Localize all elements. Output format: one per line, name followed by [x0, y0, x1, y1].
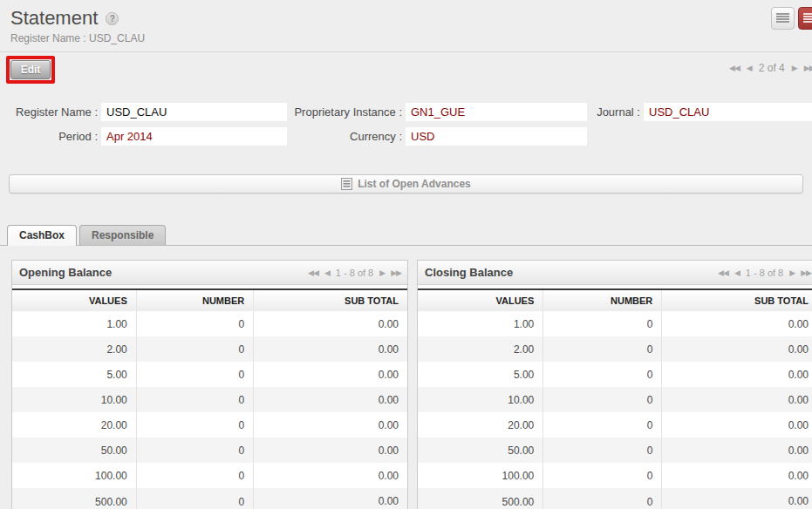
currency-field[interactable]: USD: [406, 127, 587, 146]
journal-label: Journal :: [590, 105, 640, 119]
subtotal-cell: 0.00: [254, 412, 407, 438]
pager-next-icon[interactable]: ▶: [379, 268, 385, 277]
table-row[interactable]: 5.0000.00: [418, 362, 812, 387]
number-cell: 0: [543, 438, 662, 463]
column-header-number[interactable]: NUMBER: [543, 289, 662, 311]
view-switcher: [771, 7, 812, 30]
column-header-values[interactable]: VALUES: [12, 289, 136, 311]
table-row[interactable]: 100.0000.00: [418, 463, 812, 488]
register-name-label: Register Name :: [7, 105, 98, 119]
pager-previous-icon[interactable]: ◀: [324, 268, 330, 277]
journal-field[interactable]: USD_CLAU: [644, 103, 812, 121]
closing-balance-title: Closing Balance: [425, 266, 513, 279]
number-cell: 0: [136, 438, 254, 463]
subtotal-cell: 0.00: [254, 387, 407, 412]
list-view-button[interactable]: [771, 7, 795, 30]
pager-first-icon[interactable]: ◀◀: [718, 268, 728, 277]
table-row[interactable]: 10.0000.00: [418, 387, 812, 412]
edit-button[interactable]: Edit: [10, 60, 51, 79]
pager-next-icon[interactable]: ▶: [789, 268, 795, 277]
table-row[interactable]: 50.0000.00: [12, 438, 407, 463]
pager-last-icon[interactable]: ▶▶: [804, 64, 812, 72]
list-view-icon: [776, 13, 789, 24]
opening-balance-pager: ◀◀ ◀ 1 - 8 of 8 ▶ ▶▶: [308, 268, 401, 278]
pager-first-icon[interactable]: ◀◀: [729, 64, 740, 72]
subtotal-cell: 0.00: [254, 463, 407, 488]
list-open-advances-button[interactable]: List of Open Advances: [9, 174, 803, 193]
number-cell: 0: [136, 387, 254, 412]
table-row[interactable]: 5.0000.00: [12, 362, 407, 387]
opening-balance-table: VALUES NUMBER SUB TOTAL 1.0000.002.0000.…: [12, 288, 407, 509]
values-cell: 1.00: [12, 311, 136, 336]
column-header-values[interactable]: VALUES: [418, 289, 543, 311]
table-row[interactable]: 20.0000.00: [12, 412, 407, 438]
pager-previous-icon[interactable]: ◀: [734, 268, 740, 277]
number-cell: 0: [543, 311, 662, 336]
table-row[interactable]: 2.0000.00: [12, 336, 407, 362]
tab-responsible[interactable]: Responsible: [79, 225, 166, 245]
values-cell: 1.00: [418, 311, 543, 336]
pager-previous-icon[interactable]: ◀: [747, 64, 752, 72]
closing-balance-body: 1.0000.002.0000.005.0000.0010.0000.0020.…: [418, 311, 812, 509]
pager-first-icon[interactable]: ◀◀: [308, 268, 318, 277]
table-row[interactable]: 100.0000.00: [12, 463, 407, 488]
pager-next-icon[interactable]: ▶: [792, 64, 797, 72]
subtotal-cell: 0.00: [662, 412, 812, 438]
closing-balance-pager: ◀◀ ◀ 1 - 8 of 8 ▶ ▶▶: [718, 268, 811, 278]
proprietary-instance-label: Proprietary Instance :: [290, 105, 402, 119]
number-cell: 0: [136, 362, 254, 387]
column-header-subtotal[interactable]: SUB TOTAL: [254, 289, 407, 311]
notebook-tabs: CashBox Responsible: [0, 224, 812, 246]
subtotal-cell: 0.00: [662, 438, 812, 463]
table-row[interactable]: 500.0000.00: [12, 488, 407, 509]
table-row[interactable]: 10.0000.00: [12, 387, 407, 412]
proprietary-instance-field[interactable]: GN1_GUE: [406, 103, 587, 121]
pager-range: 1 - 8 of 8: [746, 268, 783, 278]
form-view-button[interactable]: [798, 7, 812, 30]
values-cell: 2.00: [12, 336, 136, 362]
help-icon[interactable]: ?: [106, 12, 119, 25]
page-title: Statement: [10, 7, 98, 30]
number-cell: 0: [136, 488, 254, 509]
table-row[interactable]: 2.0000.00: [418, 336, 812, 362]
pager-last-icon[interactable]: ▶▶: [391, 268, 401, 277]
values-cell: 20.00: [418, 412, 543, 438]
pager-range: 1 - 8 of 8: [336, 268, 373, 278]
table-row[interactable]: 1.0000.00: [12, 311, 407, 336]
cashbox-panels: Opening Balance ◀◀ ◀ 1 - 8 of 8 ▶ ▶▶ VAL…: [11, 260, 812, 509]
values-cell: 20.00: [12, 412, 136, 438]
tab-cashbox[interactable]: CashBox: [7, 225, 77, 246]
table-row[interactable]: 20.0000.00: [418, 412, 812, 438]
subtotal-cell: 0.00: [254, 336, 407, 362]
column-header-subtotal[interactable]: SUB TOTAL: [662, 289, 812, 311]
subtotal-cell: 0.00: [662, 311, 812, 336]
list-open-advances-label: List of Open Advances: [358, 178, 471, 190]
subtotal-cell: 0.00: [662, 336, 812, 362]
pager-last-icon[interactable]: ▶▶: [801, 268, 811, 277]
number-cell: 0: [136, 412, 254, 438]
values-cell: 100.00: [12, 463, 136, 488]
statement-page: Statement ? Register Name : USD_CLAU Edi…: [0, 0, 812, 509]
number-cell: 0: [136, 336, 254, 362]
number-cell: 0: [543, 336, 662, 362]
period-field[interactable]: Apr 2014: [101, 127, 287, 146]
values-cell: 500.00: [12, 488, 136, 509]
closing-balance-table: VALUES NUMBER SUB TOTAL 1.0000.002.0000.…: [418, 288, 812, 509]
values-cell: 10.00: [418, 387, 543, 412]
values-cell: 10.00: [12, 387, 136, 412]
values-cell: 5.00: [12, 362, 136, 387]
number-cell: 0: [136, 311, 254, 336]
record-subtitle: Register Name : USD_CLAU: [10, 32, 812, 51]
subtotal-cell: 0.00: [254, 362, 407, 387]
table-row[interactable]: 500.0000.00: [418, 488, 812, 509]
currency-label: Currency :: [290, 130, 402, 143]
table-row[interactable]: 1.0000.00: [418, 311, 812, 336]
period-label: Period :: [7, 130, 98, 143]
subtotal-cell: 0.00: [254, 488, 407, 509]
column-header-number[interactable]: NUMBER: [136, 289, 254, 311]
values-cell: 50.00: [418, 438, 543, 463]
values-cell: 500.00: [418, 488, 543, 509]
opening-balance-title: Opening Balance: [19, 266, 112, 279]
table-row[interactable]: 50.0000.00: [418, 438, 812, 463]
form-view-icon: [803, 13, 812, 24]
